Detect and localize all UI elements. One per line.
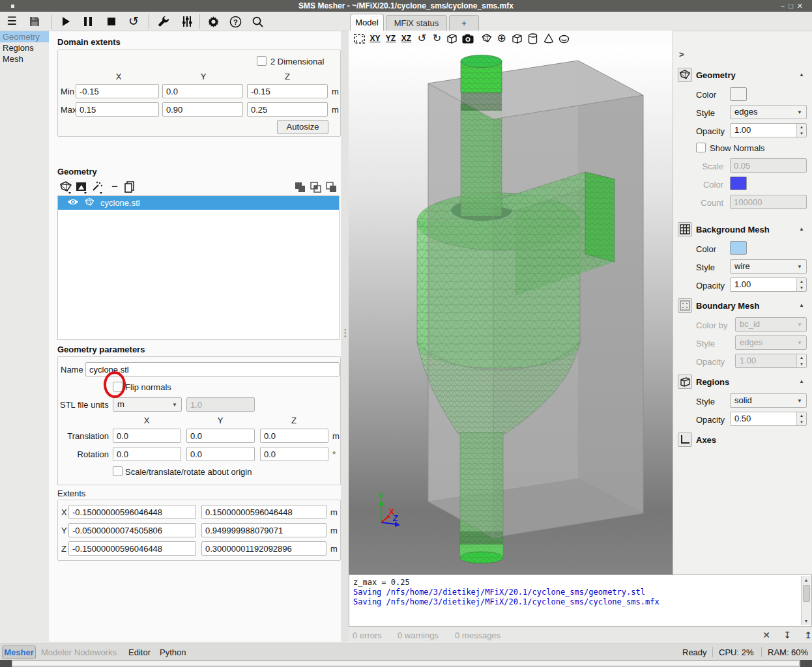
console-output[interactable]: z_max = 0.25 Saving /nfs/home/3/dietikej… bbox=[349, 575, 812, 627]
geo-opacity-spinbox[interactable]: 1.00▲▼ bbox=[730, 123, 807, 137]
sidebar-item-geometry[interactable]: Geometry bbox=[0, 31, 49, 42]
regions-section-icon[interactable] bbox=[678, 375, 692, 389]
x-min-input[interactable] bbox=[76, 84, 159, 98]
help-icon[interactable]: ? bbox=[227, 14, 244, 29]
translation-y-input[interactable] bbox=[186, 429, 255, 443]
extent-z-min[interactable] bbox=[68, 541, 196, 556]
sidebar-item-regions[interactable]: Regions bbox=[0, 42, 49, 53]
axes-section-icon[interactable] bbox=[678, 433, 692, 447]
mode-mesher-button[interactable]: Mesher bbox=[2, 646, 36, 659]
scrollbar-thumb[interactable] bbox=[803, 585, 810, 602]
extent-y-max[interactable] bbox=[201, 523, 326, 537]
visibility-eye-icon[interactable] bbox=[67, 197, 79, 208]
extent-x-max[interactable] bbox=[201, 505, 326, 519]
minimize-button[interactable]: − bbox=[781, 2, 789, 10]
bottom-scroll-strip[interactable] bbox=[0, 660, 812, 667]
translation-x-input[interactable] bbox=[113, 429, 181, 443]
menu-icon[interactable]: ☰ bbox=[3, 14, 20, 29]
cylinder-icon[interactable] bbox=[525, 31, 540, 46]
two-dimensional-checkbox[interactable] bbox=[257, 56, 267, 66]
run-icon[interactable] bbox=[57, 14, 74, 29]
pause-icon[interactable] bbox=[80, 14, 96, 29]
scroll-right-block[interactable] bbox=[800, 660, 812, 667]
clear-console-icon[interactable]: ✕ bbox=[760, 629, 773, 641]
tab-add[interactable]: + bbox=[449, 15, 479, 31]
mode-editor[interactable]: Editor bbox=[128, 647, 151, 657]
bgmesh-opacity-spinbox[interactable]: 1.00▲▼ bbox=[730, 277, 807, 292]
reset-view-icon[interactable] bbox=[352, 31, 367, 46]
view-yz-icon[interactable]: YZ bbox=[383, 31, 398, 46]
regions-opacity-spinbox[interactable]: 0.50▲▼ bbox=[730, 412, 807, 426]
maximize-button[interactable]: □ bbox=[789, 2, 797, 10]
scroll-down-icon[interactable]: ▼ bbox=[802, 617, 811, 625]
boolean-difference-icon[interactable] bbox=[325, 180, 340, 195]
save-icon[interactable] bbox=[26, 14, 43, 29]
name-input[interactable] bbox=[85, 362, 340, 376]
rotation-z-input[interactable] bbox=[260, 447, 328, 461]
tab-model[interactable]: Model bbox=[350, 14, 384, 31]
background-mesh-section-icon[interactable] bbox=[678, 222, 692, 236]
show-normals-checkbox[interactable] bbox=[696, 143, 706, 152]
y-max-input[interactable] bbox=[162, 102, 243, 117]
tab-mfix-status[interactable]: MFiX status bbox=[386, 15, 447, 31]
rotate-left-icon[interactable]: ↺ bbox=[414, 31, 429, 46]
cube-icon[interactable] bbox=[510, 31, 525, 46]
add-sphere-icon[interactable]: ⊕ bbox=[494, 31, 509, 46]
extent-y-min[interactable] bbox=[68, 523, 196, 537]
bgmesh-color-swatch[interactable] bbox=[730, 241, 747, 255]
scroll-track[interactable] bbox=[12, 660, 800, 666]
autosize-button[interactable]: Autosize bbox=[277, 120, 328, 134]
remove-geometry-icon[interactable]: − bbox=[107, 180, 123, 195]
close-button[interactable]: ✕ bbox=[797, 2, 807, 10]
boolean-union-icon[interactable] bbox=[293, 180, 309, 195]
gear-icon[interactable] bbox=[205, 14, 222, 29]
sidebar-item-mesh[interactable]: Mesh bbox=[0, 53, 49, 64]
build-wrench-icon[interactable] bbox=[155, 14, 172, 29]
reset-icon[interactable]: ↺ bbox=[125, 14, 142, 29]
geometry-section-icon[interactable] bbox=[678, 68, 692, 82]
splitter-handle[interactable]: ●●● bbox=[344, 328, 346, 339]
add-implicit-icon[interactable] bbox=[74, 180, 90, 195]
copy-geometry-icon[interactable] bbox=[123, 180, 138, 195]
stop-icon[interactable] bbox=[103, 14, 120, 29]
extent-x-min[interactable] bbox=[68, 505, 196, 519]
settings-sliders-icon[interactable] bbox=[179, 14, 196, 29]
geometry-list-item[interactable]: cyclone.stl bbox=[58, 196, 339, 210]
screenshot-camera-icon[interactable] bbox=[460, 31, 475, 46]
perspective-icon[interactable] bbox=[444, 31, 459, 46]
collapse-panel-chevron[interactable]: > bbox=[679, 50, 684, 59]
cone-icon[interactable] bbox=[541, 31, 556, 46]
rotate-right-icon[interactable]: ↻ bbox=[429, 31, 444, 46]
scroll-to-top-icon[interactable]: ↥ bbox=[802, 629, 812, 641]
search-icon[interactable] bbox=[249, 14, 266, 29]
z-max-input[interactable] bbox=[247, 102, 328, 117]
spinner-arrows-icon[interactable]: ▲▼ bbox=[796, 124, 806, 137]
scroll-up-icon[interactable]: ▲ bbox=[802, 576, 811, 584]
toggle-geometry-icon[interactable] bbox=[479, 31, 494, 46]
boolean-intersect-icon[interactable] bbox=[309, 180, 325, 195]
geo-color-swatch[interactable] bbox=[730, 87, 747, 101]
x-max-input[interactable] bbox=[76, 102, 159, 117]
mode-python[interactable]: Python bbox=[160, 647, 186, 657]
geo-style-combobox[interactable]: edges▼ bbox=[730, 105, 807, 119]
z-min-input[interactable] bbox=[247, 84, 328, 98]
rotation-y-input[interactable] bbox=[186, 447, 255, 461]
collapse-geometry-icon[interactable]: ▲ bbox=[799, 72, 804, 78]
view-xz-icon[interactable]: XZ bbox=[399, 31, 414, 46]
spinner-arrows-icon[interactable]: ▲▼ bbox=[796, 412, 806, 425]
view-xy-icon[interactable]: XY bbox=[368, 31, 383, 46]
translation-z-input[interactable] bbox=[260, 429, 328, 443]
y-min-input[interactable] bbox=[162, 84, 243, 98]
bgmesh-style-combobox[interactable]: wire▼ bbox=[730, 259, 807, 274]
stl-units-combobox[interactable]: m▼ bbox=[113, 397, 182, 412]
scroll-left-block[interactable] bbox=[0, 660, 12, 667]
torus-icon[interactable] bbox=[557, 31, 572, 46]
about-origin-checkbox[interactable] bbox=[113, 466, 123, 476]
extent-z-max[interactable] bbox=[201, 541, 326, 556]
model-viewport[interactable]: Y Z X bbox=[349, 47, 673, 575]
boundary-mesh-section-icon[interactable] bbox=[678, 298, 692, 313]
collapse-boundary-mesh-icon[interactable]: ▲ bbox=[799, 302, 804, 308]
regions-style-combobox[interactable]: solid▼ bbox=[730, 393, 807, 408]
collapse-background-mesh-icon[interactable]: ▲ bbox=[799, 226, 804, 232]
scroll-to-end-icon[interactable]: ↧ bbox=[781, 629, 794, 641]
